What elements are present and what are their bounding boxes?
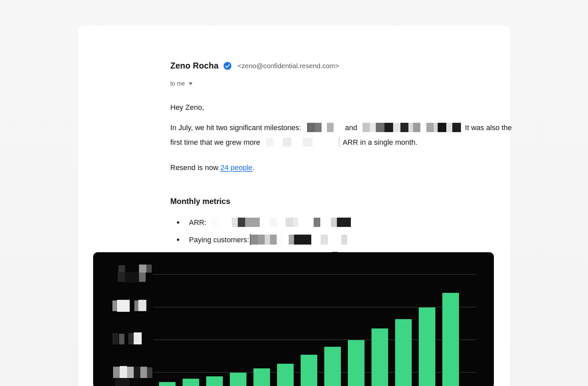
redaction-block bbox=[266, 138, 273, 146]
chart-bar bbox=[419, 307, 435, 386]
redaction-block bbox=[258, 235, 265, 245]
chevron-down-icon bbox=[189, 83, 193, 85]
chart-bar bbox=[442, 293, 459, 386]
redaction-block bbox=[413, 123, 420, 132]
paragraph-text: It was also the bbox=[465, 123, 512, 132]
paragraph-text: ARR in a single month. bbox=[343, 138, 417, 146]
sender-name: Zeno Rocha bbox=[170, 61, 219, 71]
redacted-axis-label-block bbox=[112, 333, 118, 344]
chart-bar bbox=[371, 328, 388, 386]
paragraph-text: Resend is now bbox=[170, 163, 220, 172]
redaction-block bbox=[293, 218, 298, 227]
redaction-block bbox=[376, 123, 384, 132]
redaction-block bbox=[331, 218, 337, 227]
chart-bar bbox=[230, 373, 246, 386]
redaction-block bbox=[315, 123, 322, 132]
sender-email: <zeno@confidential.resend.com> bbox=[237, 62, 339, 70]
redacted-axis-label-block bbox=[146, 265, 152, 273]
redaction-block bbox=[238, 218, 245, 227]
redacted-axis-label-block bbox=[134, 300, 138, 311]
to-me-dropdown[interactable]: to me bbox=[170, 80, 193, 87]
redaction-block bbox=[265, 235, 270, 245]
redaction-block bbox=[270, 218, 277, 227]
redaction-block bbox=[327, 123, 334, 132]
bullet-paying-customers: Paying customers: bbox=[177, 233, 347, 247]
metrics-heading: Monthly metrics bbox=[170, 194, 230, 209]
sender-row: Zeno Rocha <zeno@confidential.resend.com… bbox=[170, 61, 339, 71]
chart-bar bbox=[324, 347, 341, 386]
redacted-axis-label-block bbox=[140, 367, 147, 378]
redaction-block bbox=[307, 123, 315, 132]
redaction-block bbox=[321, 235, 328, 245]
redacted-text-blocks bbox=[301, 123, 334, 132]
chart-bar bbox=[348, 340, 365, 386]
redacted-text-blocks bbox=[260, 138, 340, 146]
redaction-block bbox=[339, 137, 340, 147]
redacted-axis-label-block bbox=[119, 334, 124, 344]
redacted-value-blocks bbox=[249, 236, 347, 244]
verified-badge-icon bbox=[223, 61, 232, 71]
redaction-block bbox=[370, 123, 376, 132]
redaction-block bbox=[283, 138, 291, 146]
redacted-axis-label-block bbox=[139, 273, 146, 282]
redacted-axis-label-block bbox=[138, 300, 146, 311]
redacted-axis-label-block bbox=[134, 332, 142, 344]
redacted-axis-label-block bbox=[134, 367, 140, 378]
redaction-block bbox=[211, 218, 218, 227]
redaction-block bbox=[446, 123, 452, 132]
recipient-label: to me bbox=[170, 80, 185, 87]
redacted-axis-label-block bbox=[115, 379, 130, 386]
redaction-block bbox=[314, 218, 320, 227]
chart-bar bbox=[277, 364, 294, 386]
redaction-block bbox=[245, 218, 260, 227]
paragraph-line-2: first time that we grew moreARR in a sin… bbox=[170, 135, 574, 150]
redacted-axis-label-block bbox=[128, 333, 134, 344]
bullet-label: ARR: bbox=[189, 218, 207, 227]
chart-bar bbox=[253, 368, 270, 386]
bullet-arr: ARR: bbox=[177, 215, 351, 230]
redacted-axis-label-block bbox=[120, 366, 127, 378]
redaction-block bbox=[232, 218, 238, 227]
redacted-value-blocks bbox=[207, 218, 351, 227]
page-background: { "header": { "sender_name": "Zeno Rocha… bbox=[0, 0, 588, 386]
redaction-block bbox=[363, 123, 370, 132]
redacted-axis-label-block bbox=[113, 367, 120, 378]
redaction-block bbox=[438, 123, 446, 132]
redaction-block bbox=[408, 123, 413, 132]
redaction-block bbox=[286, 218, 293, 227]
redaction-block bbox=[400, 123, 408, 132]
bullet-icon bbox=[177, 221, 179, 224]
chart-gridline bbox=[153, 274, 476, 275]
redacted-axis-label-block bbox=[127, 367, 134, 378]
paragraph-text: In July, we hit two significant mileston… bbox=[170, 123, 301, 132]
redacted-axis-label-block bbox=[147, 367, 152, 378]
redacted-axis-label-block bbox=[117, 300, 130, 312]
redaction-block bbox=[341, 235, 347, 245]
redaction-block bbox=[426, 123, 434, 132]
chart-bar bbox=[206, 376, 223, 386]
team-size-line: Resend is now 24 people. bbox=[170, 160, 254, 175]
paragraph-text: . bbox=[252, 163, 254, 172]
redacted-axis-label-block bbox=[125, 272, 139, 283]
bullet-label: Paying customers: bbox=[189, 236, 249, 244]
chart-bar bbox=[183, 379, 199, 386]
chart-bar bbox=[159, 382, 176, 386]
people-count-link[interactable]: 24 people bbox=[220, 163, 252, 172]
redacted-text-blocks bbox=[357, 123, 461, 132]
redaction-block bbox=[294, 235, 311, 245]
metrics-bar-chart bbox=[93, 252, 494, 386]
redacted-axis-label-block bbox=[112, 300, 117, 311]
redaction-block bbox=[452, 123, 461, 132]
bullet-icon bbox=[177, 239, 179, 241]
redaction-block bbox=[289, 235, 294, 245]
paragraph-text: first time that we grew more bbox=[170, 138, 260, 146]
redacted-axis-label-block bbox=[118, 272, 125, 282]
chart-bar bbox=[301, 355, 317, 386]
redaction-block bbox=[270, 235, 277, 245]
paragraph-line-1: In July, we hit two significant mileston… bbox=[170, 120, 574, 135]
redacted-axis-label-block bbox=[139, 265, 146, 273]
redaction-block bbox=[303, 138, 313, 146]
redaction-block bbox=[384, 123, 393, 132]
redacted-axis-label-block bbox=[118, 265, 125, 272]
redaction-block bbox=[393, 123, 400, 132]
